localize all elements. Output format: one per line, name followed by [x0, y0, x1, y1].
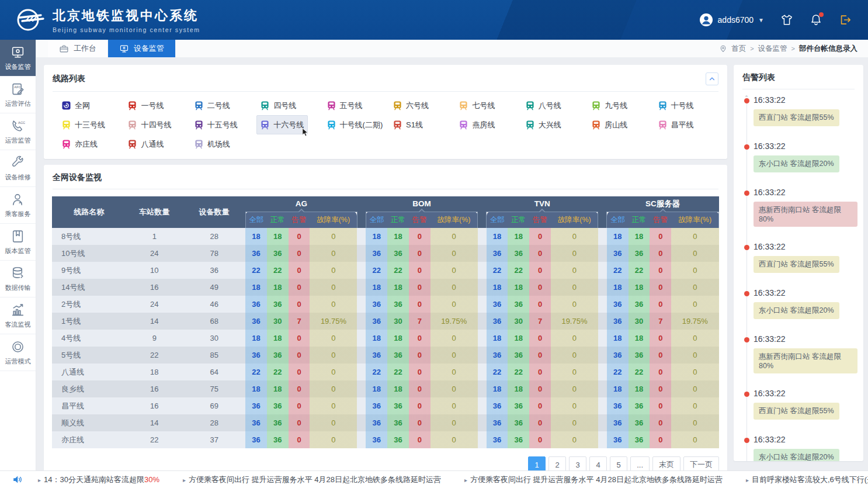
cell-all: 36: [487, 397, 508, 414]
cell-gap: [357, 245, 366, 262]
line-item[interactable]: 亦庄线: [58, 134, 103, 154]
sidebar-item-book[interactable]: 版本监管: [0, 224, 36, 261]
table-row[interactable]: 4号线930181800181800181800181800: [52, 330, 719, 347]
line-item[interactable]: 十五号线: [190, 115, 242, 134]
line-item[interactable]: 十六号线: [256, 115, 308, 134]
page-button-末页[interactable]: 末页: [652, 456, 680, 470]
page-button-3[interactable]: 3: [569, 456, 586, 470]
tab-device-monitor[interactable]: 设备监管: [108, 40, 176, 57]
line-item[interactable]: 七号线: [455, 96, 501, 115]
line-item[interactable]: 六号线: [389, 96, 435, 115]
alarm-time: 16:33:22: [754, 435, 857, 444]
line-item[interactable]: 八号线: [522, 96, 567, 115]
alarm-message: 西直门站 客流超限55%: [754, 403, 839, 420]
table-row[interactable]: 八通线1864222200222200222200222200: [52, 364, 719, 380]
sidebar-item-database[interactable]: 数据传输: [0, 261, 36, 297]
sidebar-item-chart[interactable]: 客流监视: [0, 297, 36, 334]
line-name: 七号线: [472, 101, 495, 111]
cell-gap: [357, 364, 366, 380]
cell-normal: 18: [629, 228, 650, 245]
collapse-panel-button[interactable]: [706, 72, 718, 85]
train-icon: [459, 101, 468, 110]
cell-devices: 68: [183, 313, 245, 330]
user-menu[interactable]: adds6700 ▼: [699, 13, 764, 27]
sidebar-item-person[interactable]: 乘客服务: [0, 187, 36, 224]
cell-rate: 0: [671, 228, 718, 245]
sidebar-item-target[interactable]: 运营模式: [0, 334, 36, 371]
line-item[interactable]: 十号线: [654, 96, 700, 115]
page-button-1[interactable]: 1: [528, 456, 546, 470]
line-item[interactable]: 大兴线: [522, 115, 567, 134]
line-item[interactable]: 四号线: [256, 96, 302, 115]
breadcrumb-item[interactable]: 首页: [731, 44, 746, 54]
line-item[interactable]: 十四号线: [124, 115, 175, 134]
table-row[interactable]: 亦庄线2237363600363600363600363600: [52, 431, 719, 448]
line-item[interactable]: 一号线: [124, 96, 169, 115]
table-row[interactable]: 昌平线1669363600363600363600363600: [52, 397, 719, 414]
cell-alarm: 7: [529, 313, 551, 330]
page-button-5[interactable]: 5: [610, 456, 627, 470]
line-item[interactable]: 二号线: [190, 96, 236, 115]
sidebar-item-acc[interactable]: ACC运营监管: [0, 113, 36, 150]
table-row[interactable]: 8号线128181800181800181800181800: [52, 228, 719, 245]
cell-rate: 0: [551, 414, 598, 431]
table-row[interactable]: 1号线14683630719.75%3630719.75%3630719.75%…: [52, 313, 719, 330]
column-header: 设备数量: [183, 196, 245, 228]
person-icon: [11, 192, 25, 207]
cell-normal: 30: [629, 313, 650, 330]
line-item[interactable]: 十三号线: [58, 115, 109, 134]
cell-alarm: 0: [650, 262, 671, 279]
sidebar-item-wrench[interactable]: 设备维修: [0, 150, 36, 187]
cell-gap: [357, 380, 366, 397]
cell-normal: 22: [387, 364, 409, 380]
line-item[interactable]: 十号线(二期): [323, 115, 387, 134]
table-row[interactable]: 14号线1649181800181800181800181800: [52, 279, 719, 296]
cell-all: 36: [366, 245, 387, 262]
page-button-下一页[interactable]: 下一页: [683, 456, 719, 470]
group-header: SC服务器: [607, 196, 719, 212]
sidebar-item-label: 客流监视: [5, 320, 31, 329]
cell-gap: [357, 313, 366, 330]
line-item[interactable]: S1线: [389, 115, 435, 134]
cell-alarm: 0: [289, 397, 310, 414]
line-item[interactable]: 房山线: [588, 115, 633, 134]
cell-gap: [357, 431, 366, 448]
cell-gap: [357, 279, 366, 296]
page-button-2[interactable]: 2: [548, 456, 566, 470]
cell-gap: [357, 228, 366, 245]
sidebar-item-afc[interactable]: AFC运营评估: [0, 77, 36, 113]
sidebar-item-monitor[interactable]: 设备监管: [0, 40, 36, 77]
ticker-item: ▸方便乘客夜间出行 提升运营服务水平 4月28日起北京地铁多条线路延时运营: [183, 475, 441, 485]
cell-stations: 24: [126, 245, 183, 262]
line-item[interactable]: 八通线: [124, 134, 169, 154]
cell-rate: 0: [551, 296, 598, 313]
cell-rate: 0: [430, 380, 478, 397]
line-item[interactable]: 昌平线: [654, 115, 700, 134]
logout-icon[interactable]: [839, 13, 852, 26]
tab-workbench[interactable]: 工作台: [48, 40, 108, 57]
table-row[interactable]: 顺义线1428363600363600363600363600: [52, 414, 719, 431]
cell-normal: 22: [387, 262, 409, 279]
table-row[interactable]: 良乡线1675181800181800181800181800: [52, 380, 719, 397]
page-button-...[interactable]: ...: [630, 456, 650, 470]
line-name: 亦庄线: [75, 139, 98, 150]
line-item[interactable]: 五号线: [323, 96, 369, 115]
table-row[interactable]: 2号线2446363600363600363600363600: [52, 296, 719, 313]
line-item[interactable]: 燕房线: [455, 115, 501, 134]
line-item[interactable]: 全网: [58, 96, 103, 115]
cell-alarm: 0: [289, 279, 310, 296]
line-item[interactable]: 机场线: [190, 134, 236, 154]
breadcrumb-item[interactable]: 设备监管: [758, 44, 787, 54]
table-row[interactable]: 5号线2285363600363600363600363600: [52, 347, 719, 364]
cell-alarm: 0: [650, 245, 671, 262]
database-icon: [11, 266, 25, 281]
page-button-4[interactable]: 4: [589, 456, 607, 470]
cell-rate: 0: [310, 228, 357, 245]
line-item[interactable]: 九号线: [588, 96, 633, 115]
theme-skin-icon[interactable]: [780, 13, 793, 26]
cell-all: 36: [245, 431, 267, 448]
table-row[interactable]: 10号线2478363600363600363600363600: [52, 245, 719, 262]
table-row[interactable]: 9号线1036222200222200222200222200: [52, 262, 719, 279]
notifications-bell-icon[interactable]: [810, 13, 822, 26]
line-name: 十四号线: [141, 120, 171, 130]
